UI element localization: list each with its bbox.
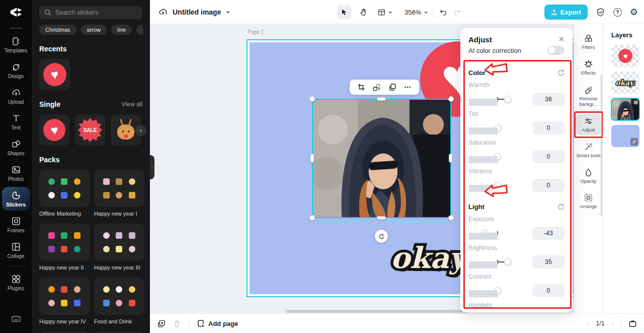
- handle-bottom-right[interactable]: [448, 215, 454, 221]
- tools-rail: Filters Effects Remove backgr... Adjust …: [574, 24, 603, 313]
- export-button[interactable]: Export: [544, 5, 588, 20]
- tag-line[interactable]: line: [111, 25, 132, 35]
- rotate-handle[interactable]: [375, 230, 388, 243]
- sticker-search[interactable]: [39, 6, 142, 19]
- sidebar-item-plugins[interactable]: Plugins: [2, 271, 30, 294]
- handle-left-middle[interactable]: [310, 154, 314, 163]
- document-title[interactable]: Untitled image: [173, 8, 221, 16]
- pack-offline-marketing[interactable]: Offline Marketing: [39, 170, 90, 217]
- replace-icon[interactable]: [372, 83, 381, 92]
- single-next-button[interactable]: ›: [135, 125, 146, 136]
- brightness-slider[interactable]: [468, 258, 526, 265]
- duplicate-page-icon[interactable]: [157, 319, 166, 328]
- slider-warmth: Warmth 36: [468, 82, 565, 106]
- adjust-scroll[interactable]: AI color correction Color Warmth 36 Tint…: [460, 44, 573, 312]
- tag-circle[interactable]: circle: [136, 25, 143, 35]
- tool-effects[interactable]: Effects: [576, 57, 602, 79]
- pack-food-and-drink[interactable]: Food and Drink: [94, 278, 144, 324]
- search-input[interactable]: [55, 9, 131, 16]
- shield-check-icon[interactable]: [596, 8, 605, 17]
- sidebar-item-collage[interactable]: Collage: [2, 238, 30, 262]
- exposure-value[interactable]: -43: [532, 227, 565, 240]
- sidebar-item-upload[interactable]: Upload: [2, 84, 30, 108]
- layer-thumb-okay-text[interactable]: okay.: [611, 72, 639, 94]
- prev-page-icon[interactable]: ‹: [587, 320, 589, 327]
- pack-happy-new-year-1[interactable]: Happy new year I: [94, 170, 144, 217]
- layer-thumb-photo-selected[interactable]: [611, 98, 639, 120]
- help-icon[interactable]: ?: [613, 8, 622, 17]
- recent-sticker-heart[interactable]: ♥: [39, 59, 70, 90]
- tag-christmas[interactable]: Christmas: [39, 25, 76, 35]
- hand-tool-button[interactable]: [356, 5, 370, 19]
- saturation-slider[interactable]: [468, 153, 526, 160]
- reset-icon[interactable]: [557, 69, 565, 77]
- rail-scrollbar[interactable]: [601, 75, 602, 216]
- tool-remove-background[interactable]: Remove backgr...: [576, 83, 602, 110]
- pack-happy-new-year-3[interactable]: Happy new year III: [94, 224, 144, 271]
- close-icon[interactable]: ✕: [558, 35, 565, 44]
- duplicate-icon[interactable]: [388, 83, 396, 91]
- cloud-save-icon[interactable]: [158, 7, 168, 17]
- pages-manager-icon[interactable]: [628, 319, 637, 328]
- warmth-slider[interactable]: [468, 96, 526, 103]
- redo-icon[interactable]: [453, 8, 462, 17]
- layout-tool-button[interactable]: [375, 5, 394, 19]
- more-icon[interactable]: [404, 83, 412, 91]
- sidebar-item-design[interactable]: Design: [2, 58, 30, 82]
- add-page-button[interactable]: Add page: [197, 319, 238, 327]
- sidebar-item-photos[interactable]: Photos: [2, 161, 30, 185]
- vibrance-value[interactable]: 0: [532, 179, 565, 192]
- single-sticker-sale[interactable]: SALE: [75, 114, 105, 146]
- reset-icon[interactable]: [557, 203, 565, 211]
- zoom-level: 356%: [405, 9, 421, 16]
- sidebar-item-label: Frames: [8, 228, 25, 233]
- handle-bottom-left[interactable]: [309, 215, 315, 221]
- tool-smart-tools[interactable]: Smart tools: [576, 140, 602, 161]
- sidebar-item-stickers[interactable]: Stickers: [2, 187, 30, 211]
- layer-thumb-background[interactable]: [611, 125, 639, 147]
- capcut-logo-icon[interactable]: [9, 6, 24, 23]
- brightness-value[interactable]: 35: [532, 255, 565, 269]
- handle-top-middle[interactable]: [377, 97, 386, 101]
- tool-opacity[interactable]: Opacity: [576, 165, 602, 187]
- view-all-link[interactable]: View all: [122, 101, 142, 108]
- sidebar-item-templates[interactable]: Templates: [2, 33, 30, 56]
- ai-color-correction-toggle[interactable]: [547, 46, 565, 55]
- crop-icon[interactable]: [357, 83, 365, 91]
- horizontal-scrollbar[interactable]: [286, 310, 470, 313]
- tool-filters[interactable]: Filters: [576, 31, 602, 53]
- pack-happy-new-year-2[interactable]: Happy new year II: [39, 224, 90, 271]
- saturation-value[interactable]: 0: [532, 150, 565, 163]
- sidebar-item-frames[interactable]: Frames: [2, 213, 30, 236]
- contrast-value[interactable]: 0: [532, 284, 565, 297]
- tag-arrow[interactable]: arrow: [81, 25, 107, 35]
- exposure-slider[interactable]: [468, 230, 526, 237]
- vibrance-slider[interactable]: [468, 182, 526, 189]
- title-chevron-down-icon[interactable]: [225, 10, 230, 15]
- single-sticker-heart[interactable]: ♥: [39, 114, 69, 146]
- tool-adjust[interactable]: Adjust: [576, 114, 602, 136]
- panel-collapse-handle[interactable]: ‹: [150, 155, 154, 179]
- undo-icon[interactable]: [439, 8, 448, 17]
- delete-page-icon[interactable]: [173, 319, 181, 328]
- pack-happy-new-year-4[interactable]: Happy new year IV: [39, 278, 90, 324]
- warmth-value[interactable]: 36: [532, 93, 565, 106]
- handle-top-right[interactable]: [448, 96, 454, 102]
- keyboard-shortcuts-icon[interactable]: [11, 314, 21, 326]
- tool-arrange[interactable]: Arrange: [576, 190, 602, 212]
- tint-slider[interactable]: [468, 124, 526, 131]
- handle-bottom-middle[interactable]: [377, 216, 386, 220]
- handle-top-left[interactable]: [309, 96, 315, 102]
- contrast-slider[interactable]: [468, 287, 526, 294]
- slider-exposure: Exposure -43: [468, 216, 565, 240]
- sidebar-item-text[interactable]: Text: [2, 110, 30, 134]
- photo-layer-selected[interactable]: [312, 99, 451, 218]
- layer-thumb-heart[interactable]: ♥: [611, 45, 639, 67]
- sidebar-item-shapes[interactable]: Shapes: [2, 136, 30, 159]
- tint-value[interactable]: 0: [532, 121, 565, 135]
- settings-gear-icon[interactable]: ⚙: [630, 8, 638, 17]
- handle-right-middle[interactable]: [449, 154, 452, 163]
- select-tool-button[interactable]: [337, 5, 351, 19]
- next-page-icon[interactable]: ›: [612, 320, 614, 327]
- zoom-control[interactable]: 356%: [405, 9, 428, 16]
